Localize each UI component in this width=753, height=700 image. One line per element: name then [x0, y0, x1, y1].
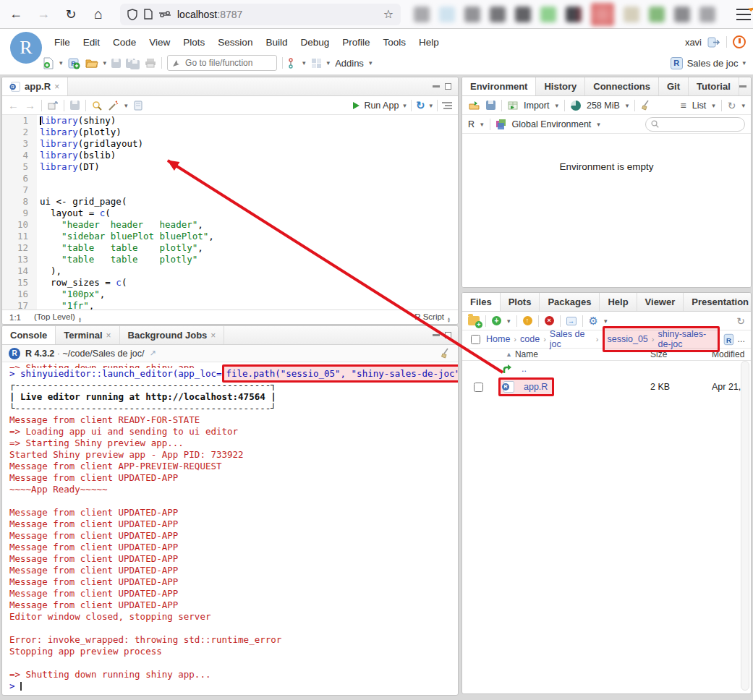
- extension-icon[interactable]: [591, 3, 614, 26]
- extension-icon[interactable]: [540, 7, 556, 22]
- file-row-app-r[interactable]: app.R 2 KB Apr 21, 2: [462, 377, 741, 397]
- menu-debug[interactable]: Debug: [294, 34, 336, 51]
- list-view-icon[interactable]: ≡: [681, 100, 686, 111]
- import-button[interactable]: Import: [524, 101, 549, 111]
- environment-search-input[interactable]: [663, 119, 735, 130]
- refresh-files-icon[interactable]: ↻: [736, 315, 745, 327]
- nav-forward-icon[interactable]: →: [25, 99, 35, 111]
- extension-icon[interactable]: [414, 7, 430, 22]
- refresh-icon[interactable]: ↻: [728, 100, 736, 111]
- reload-app-icon[interactable]: ↻: [416, 99, 425, 112]
- open-file-caret[interactable]: ▾: [103, 59, 107, 67]
- extension-icon[interactable]: [566, 7, 582, 22]
- environment-search-box[interactable]: [645, 117, 745, 132]
- popout-window-icon[interactable]: [48, 101, 58, 110]
- addins-caret[interactable]: ▾: [369, 59, 373, 67]
- goto-file-input[interactable]: [184, 57, 272, 69]
- version-control-icon[interactable]: [288, 55, 297, 71]
- bookmark-star-icon[interactable]: ☆: [383, 7, 393, 21]
- minimize-pane-icon[interactable]: [433, 85, 440, 88]
- load-workspace-icon[interactable]: [468, 101, 480, 110]
- forward-icon[interactable]: →: [32, 3, 55, 26]
- new-file-icon[interactable]: [43, 55, 54, 71]
- tab-terminal[interactable]: Terminal×: [56, 326, 119, 344]
- tab-tutorial[interactable]: Tutorial: [689, 77, 739, 95]
- close-tab-icon[interactable]: ×: [210, 330, 216, 341]
- code-editor[interactable]: 1library(shiny)2library(plotly)3library(…: [2, 115, 458, 310]
- files-scrollbar[interactable]: [741, 361, 749, 691]
- breadcrumb-code[interactable]: code: [520, 334, 540, 344]
- new-folder-icon[interactable]: +: [468, 316, 480, 325]
- import-dataset-icon[interactable]: [508, 101, 518, 110]
- menu-plots[interactable]: Plots: [176, 34, 211, 51]
- tab-files[interactable]: Files: [462, 293, 501, 311]
- menu-code[interactable]: Code: [106, 34, 142, 51]
- find-icon[interactable]: [92, 101, 102, 111]
- list-view-caret[interactable]: ▾: [712, 102, 715, 109]
- scope-selector[interactable]: Global Environment: [512, 119, 592, 129]
- extension-icon[interactable]: [439, 7, 455, 22]
- rename-icon[interactable]: →: [566, 317, 577, 325]
- clear-console-broom-icon[interactable]: [441, 348, 451, 359]
- extension-icon[interactable]: [674, 7, 690, 22]
- url-bar[interactable]: localhost:8787 ☆: [120, 4, 401, 25]
- sign-out-icon[interactable]: [707, 37, 720, 48]
- memory-usage-label[interactable]: 258 MiB: [587, 101, 620, 111]
- extension-icon[interactable]: [624, 7, 639, 22]
- tab-viewer[interactable]: Viewer: [637, 293, 684, 311]
- minimize-pane-icon[interactable]: [433, 334, 440, 336]
- file-type-selector[interactable]: R Script▲▼: [414, 312, 451, 323]
- menu-build[interactable]: Build: [259, 34, 294, 51]
- shield-icon[interactable]: [127, 9, 137, 20]
- menu-profile[interactable]: Profile: [336, 34, 376, 51]
- language-caret[interactable]: ▾: [480, 121, 484, 128]
- reload-icon[interactable]: ↻: [59, 3, 82, 26]
- tab-connections[interactable]: Connections: [585, 77, 659, 95]
- breadcrumb-sessio-05[interactable]: sessio_05: [608, 334, 648, 344]
- memory-caret[interactable]: ▾: [626, 102, 629, 109]
- open-file-icon[interactable]: [85, 55, 98, 71]
- extension-icon[interactable]: [515, 7, 531, 22]
- extension-icon[interactable]: [490, 7, 506, 22]
- home-icon[interactable]: ⌂: [87, 3, 110, 26]
- refresh-caret[interactable]: ▾: [741, 102, 745, 109]
- code-tools-wand-icon[interactable]: [108, 101, 119, 111]
- menu-help[interactable]: Help: [412, 34, 446, 51]
- quit-session-icon[interactable]: [733, 35, 746, 48]
- breadcrumb-home[interactable]: Home: [486, 334, 510, 344]
- nav-back-icon[interactable]: ←: [8, 99, 19, 111]
- scope-caret[interactable]: ▾: [597, 121, 600, 128]
- select-all-checkbox[interactable]: [471, 335, 480, 344]
- run-app-caret[interactable]: ▾: [403, 102, 407, 109]
- maximize-pane-icon[interactable]: [445, 332, 451, 338]
- more-options-caret[interactable]: ▾: [604, 317, 608, 325]
- column-name[interactable]: ▲Name: [506, 349, 538, 359]
- menu-hamburger-icon[interactable]: [736, 9, 751, 20]
- project-selector[interactable]: R Sales de joc ▾: [671, 57, 746, 69]
- console-prompt[interactable]: >: [9, 680, 451, 692]
- menu-tools[interactable]: Tools: [376, 34, 412, 51]
- tab-plots[interactable]: Plots: [501, 293, 540, 311]
- delete-file-icon[interactable]: ×: [545, 316, 554, 325]
- file-link-app-r[interactable]: app.R: [524, 382, 548, 392]
- run-app-button[interactable]: Run App: [364, 101, 399, 111]
- menu-session[interactable]: Session: [211, 34, 259, 51]
- tab-history[interactable]: History: [536, 77, 585, 95]
- addins-button[interactable]: Addins: [335, 58, 364, 69]
- back-icon[interactable]: ←: [4, 3, 27, 26]
- print-icon[interactable]: [145, 55, 156, 71]
- code-tools-caret[interactable]: ▾: [124, 102, 128, 109]
- language-selector[interactable]: R: [468, 119, 475, 129]
- save-workspace-icon[interactable]: [486, 101, 495, 110]
- save-icon[interactable]: [111, 55, 121, 71]
- maximize-pane-icon[interactable]: [445, 83, 451, 90]
- tab-environment[interactable]: Environment: [462, 77, 536, 95]
- menu-edit[interactable]: Edit: [77, 34, 106, 51]
- close-tab-icon[interactable]: ×: [106, 330, 111, 341]
- permissions-icon[interactable]: [159, 10, 171, 19]
- save-icon[interactable]: [70, 101, 80, 110]
- page-info-icon[interactable]: [144, 9, 153, 20]
- run-app-play-icon[interactable]: [353, 102, 360, 109]
- parent-directory-row[interactable]: ..: [462, 361, 741, 377]
- import-caret[interactable]: ▾: [555, 102, 558, 109]
